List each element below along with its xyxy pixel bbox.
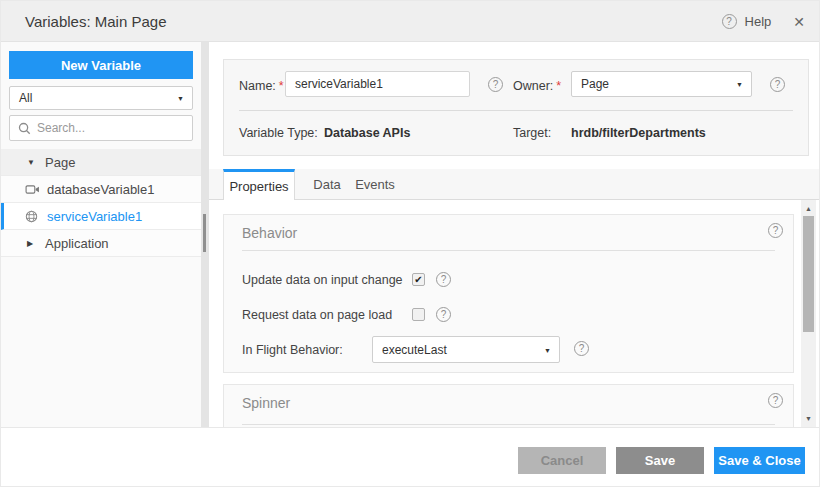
tab-properties[interactable]: Properties: [223, 169, 295, 201]
tree-item-label: databaseVariable1: [47, 182, 154, 197]
update-data-on-input-change-checkbox[interactable]: ✔: [412, 273, 425, 286]
spinner-section: Spinner ?: [223, 384, 794, 428]
page-title: Variables: Main Page: [25, 13, 166, 30]
properties-scrollbar[interactable]: ▲ ▼: [801, 200, 816, 428]
footer-divider: [1, 427, 820, 428]
request-data-help-icon[interactable]: ?: [436, 307, 451, 322]
target-value: hrdb/filterDepartments: [571, 126, 706, 140]
target-label: Target:: [513, 126, 551, 140]
tree-item-label: Application: [45, 236, 109, 251]
tree-item-label: Page: [45, 155, 75, 170]
help-icon[interactable]: ?: [722, 14, 737, 29]
section-divider: [242, 424, 775, 425]
summary-divider: [239, 110, 793, 111]
request-data-on-page-load-label: Request data on page load: [242, 308, 392, 322]
tab-bar: Properties Data Events: [209, 169, 820, 200]
owner-label: Owner:*: [513, 79, 561, 93]
service-variable-icon: [25, 210, 45, 223]
properties-panel: Behavior ? Update data on input change ✔…: [209, 200, 801, 428]
owner-help-icon[interactable]: ?: [770, 77, 785, 92]
behavior-section: Behavior ? Update data on input change ✔…: [223, 214, 794, 373]
in-flight-help-icon[interactable]: ?: [574, 341, 589, 356]
owner-select[interactable]: Page ▼: [571, 71, 752, 97]
variable-summary-panel: Name:* ? Owner:* Page ▼ ? Variable Type:…: [223, 59, 809, 156]
request-data-on-page-load-checkbox[interactable]: [412, 308, 425, 321]
name-label: Name:*: [239, 79, 284, 93]
save-and-close-button[interactable]: Save & Close: [714, 447, 805, 474]
variables-sidebar: New Variable All ▼ ▼ Page databaseVariab…: [1, 42, 201, 427]
in-flight-behavior-value: executeLast: [382, 343, 447, 357]
tree-item-label: serviceVariable1: [47, 209, 142, 224]
search-icon: [18, 122, 31, 135]
variable-filter-value: All: [19, 91, 32, 105]
name-input[interactable]: [285, 71, 470, 97]
tab-events[interactable]: Events: [349, 169, 401, 200]
cancel-button[interactable]: Cancel: [518, 447, 606, 474]
tree-item-page[interactable]: ▼ Page: [1, 149, 201, 176]
variable-type-label: Variable Type:: [239, 126, 318, 140]
dialog-header: Variables: Main Page ? Help ✕: [1, 1, 820, 42]
save-button[interactable]: Save: [616, 447, 704, 474]
close-icon[interactable]: ✕: [793, 14, 805, 30]
in-flight-behavior-select[interactable]: executeLast ▼: [372, 336, 560, 363]
caret-right-icon: ▶: [27, 239, 43, 248]
tree-item-application[interactable]: ▶ Application: [1, 230, 201, 257]
help-link[interactable]: Help: [745, 14, 772, 29]
spinner-section-title: Spinner: [242, 395, 290, 411]
search-input[interactable]: [37, 121, 177, 135]
chevron-down-icon: ▼: [177, 95, 184, 102]
update-data-help-icon[interactable]: ?: [436, 272, 451, 287]
required-asterisk: *: [556, 79, 561, 93]
chevron-down-icon: ▼: [736, 81, 743, 88]
behavior-help-icon[interactable]: ?: [768, 223, 783, 238]
new-variable-button[interactable]: New Variable: [9, 51, 193, 79]
section-divider: [242, 250, 775, 251]
tree-item-service-variable[interactable]: serviceVariable1: [1, 203, 201, 230]
required-asterisk: *: [279, 79, 284, 93]
scroll-up-button[interactable]: ▲: [801, 202, 816, 216]
chevron-down-icon: ▼: [544, 346, 551, 353]
scroll-down-button[interactable]: ▼: [801, 412, 816, 426]
database-variable-icon: [25, 184, 45, 195]
name-help-icon[interactable]: ?: [488, 77, 503, 92]
scrollbar-thumb[interactable]: [803, 216, 814, 332]
behavior-section-title: Behavior: [242, 225, 297, 241]
owner-select-value: Page: [581, 77, 609, 91]
update-data-on-input-change-label: Update data on input change: [242, 273, 403, 287]
sidebar-scrollbar-thumb[interactable]: [203, 214, 206, 252]
tab-data[interactable]: Data: [305, 169, 349, 200]
in-flight-behavior-label: In Flight Behavior:: [242, 343, 343, 357]
variable-type-value: Database APIs: [324, 126, 410, 140]
sidebar-scrollbar[interactable]: [201, 42, 209, 427]
variable-tree: ▼ Page databaseVariable1 serviceVariable…: [1, 149, 201, 257]
tree-item-database-variable[interactable]: databaseVariable1: [1, 176, 201, 203]
caret-down-icon: ▼: [27, 158, 43, 167]
variables-dialog: Variables: Main Page ? Help ✕ New Variab…: [0, 0, 820, 487]
variable-filter-select[interactable]: All ▼: [9, 86, 193, 110]
spinner-help-icon[interactable]: ?: [768, 393, 783, 408]
search-box[interactable]: [9, 115, 193, 141]
